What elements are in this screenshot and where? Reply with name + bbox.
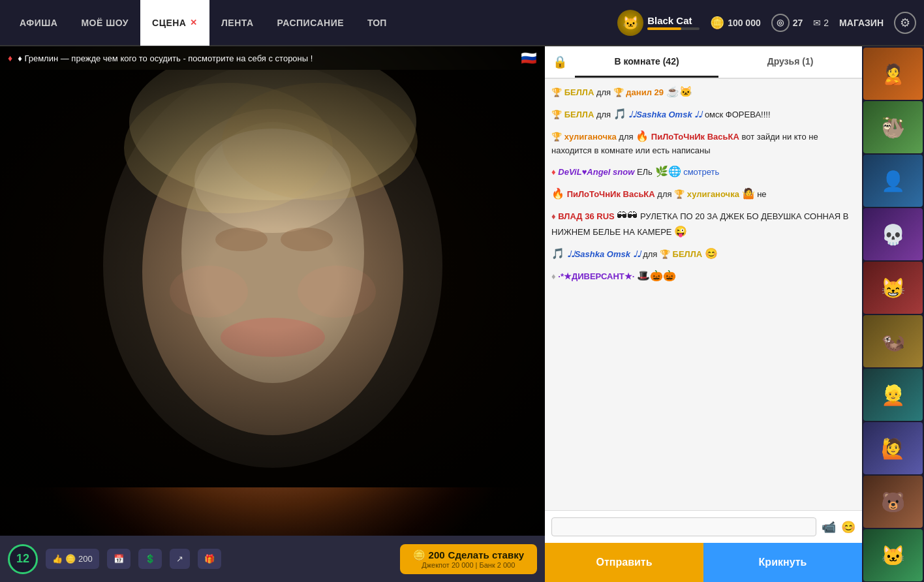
trophy-icon-6: 🏆 bbox=[660, 249, 670, 259]
trophy-icon-4: 🏆 bbox=[551, 132, 562, 142]
diamond-icon-2: ♦ bbox=[551, 167, 556, 177]
video-chat-icon[interactable]: 📹 bbox=[822, 520, 836, 534]
scene-close-icon[interactable]: ✕ bbox=[190, 18, 198, 27]
calendar-button[interactable]: 📅 bbox=[107, 549, 131, 569]
messages-count: 2 bbox=[824, 18, 829, 28]
msg-user-4[interactable]: ♩♩Sashka Omsk ♩♩ bbox=[628, 110, 702, 119]
video-content[interactable] bbox=[0, 46, 545, 536]
sidebar-avatar-10[interactable]: 🐱 bbox=[863, 529, 923, 581]
shop-button[interactable]: МАГАЗИН bbox=[839, 18, 884, 28]
msg-user-9[interactable]: хулиганочка bbox=[687, 189, 739, 199]
sidebar-avatar-2[interactable]: 🦥 bbox=[863, 101, 923, 153]
face-svg bbox=[0, 70, 545, 487]
sidebar-avatar-9[interactable]: 🐻 bbox=[863, 476, 923, 528]
coin-small-icon: 🪙 bbox=[65, 554, 76, 564]
msg-user-2[interactable]: данил 29 bbox=[626, 87, 664, 97]
nav-top[interactable]: ТОП bbox=[356, 0, 398, 46]
chat-input[interactable] bbox=[551, 517, 816, 536]
sidebar-avatar-1[interactable]: 🙎 bbox=[863, 48, 923, 100]
chat-message-8: ♦ ·*★ДИВЕРСАНТ★· 🎩🎃🎃 bbox=[551, 268, 855, 284]
trophy-icon-2: 🏆 bbox=[613, 87, 624, 97]
chat-message-7: 🎵 ♩♩Sashka Omsk ♩♩ для 🏆 БЕЛЛА 😊 bbox=[551, 246, 855, 262]
bet-sub-text: Джекпот 20 000 | Банк 2 000 bbox=[422, 561, 515, 569]
lock-icon[interactable]: 🔒 bbox=[545, 55, 575, 69]
sidebar-avatar-4[interactable]: 💀 bbox=[863, 208, 923, 260]
video-top-bar: ♦ ♦ Гремлин — прежде чем кого то осудить… bbox=[0, 46, 545, 70]
video-area: ♦ ♦ Гремлин — прежде чем кого то осудить… bbox=[0, 46, 545, 582]
top-navigation: АФИША МОЁ ШОУ СЦЕНА ✕ ЛЕНТА РАСПИСАНИЕ Т… bbox=[0, 0, 924, 46]
main-layout: ♦ ♦ Гремлин — прежде чем кого то осудить… bbox=[0, 46, 924, 582]
sidebar-avatar-8[interactable]: 🙋 bbox=[863, 422, 923, 474]
video-placeholder bbox=[0, 46, 545, 536]
share-icon: ↗ bbox=[176, 554, 183, 564]
chat-message-3: 🏆 хулиганочка для 🔥 ПиЛоТоЧнИк ВасьКА во… bbox=[551, 129, 855, 157]
settings-button[interactable]: ⚙ bbox=[894, 12, 916, 34]
gift-icon: 🎁 bbox=[204, 554, 215, 564]
nav-myshow[interactable]: МОЁ ШОУ bbox=[69, 0, 140, 46]
notifications-count: 27 bbox=[793, 18, 803, 28]
user-avatar: 🐱 bbox=[617, 10, 643, 36]
nav-raspisanie[interactable]: РАСПИСАНИЕ bbox=[266, 0, 356, 46]
bet-coin-icon: 🪙 bbox=[413, 549, 425, 561]
mail-icon: ✉ bbox=[813, 18, 821, 28]
msg-user-5[interactable]: хулиганочка bbox=[564, 132, 617, 142]
gear-icon: ⚙ bbox=[900, 16, 910, 30]
coins-display: 🪙 100 000 bbox=[710, 16, 761, 30]
level-badge: 12 bbox=[8, 544, 38, 574]
sidebar-avatar-6[interactable]: 🦦 bbox=[863, 315, 923, 367]
calendar-icon: 📅 bbox=[114, 554, 124, 564]
username: Black Cat bbox=[647, 15, 700, 26]
msg-user-12[interactable]: БЕЛЛА bbox=[673, 249, 703, 259]
emoji-picker-icon[interactable]: 😊 bbox=[841, 520, 855, 534]
msg-user-3[interactable]: БЕЛЛА bbox=[564, 110, 594, 119]
like-icon: 👍 bbox=[52, 554, 63, 564]
chat-input-area: 📹 😊 bbox=[545, 510, 862, 543]
trophy-icon-3: 🏆 bbox=[551, 110, 562, 119]
user-xp-bar bbox=[647, 27, 700, 30]
bet-button[interactable]: 🪙 200 Сделать ставку Джекпот 20 000 | Ба… bbox=[400, 544, 537, 574]
user-area: 🐱 Black Cat 🪙 100 000 ◎ 27 ✉ 2 МАГАЗИН bbox=[617, 10, 916, 36]
msg-user-13[interactable]: ·*★ДИВЕРСАНТ★· bbox=[558, 271, 634, 281]
nav-scene[interactable]: СЦЕНА ✕ bbox=[140, 0, 209, 46]
sidebar-avatar-5[interactable]: 😸 bbox=[863, 262, 923, 314]
tab-room[interactable]: В комнате (42) bbox=[575, 47, 718, 78]
msg-user-7[interactable]: DeViL♥Angel snow bbox=[558, 167, 634, 177]
msg-user-6[interactable]: ПиЛоТоЧнИк ВасьКА bbox=[651, 132, 739, 142]
user-profile-button[interactable]: 🐱 Black Cat bbox=[617, 10, 700, 36]
sidebar-avatar-7[interactable]: 👱 bbox=[863, 369, 923, 421]
diamond-icon: ♦ bbox=[8, 53, 12, 63]
notifications-button[interactable]: ◎ 27 bbox=[771, 14, 803, 32]
msg-user-8[interactable]: ПиЛоТоЧнИк ВасьКА bbox=[567, 189, 655, 199]
msg-user-11[interactable]: ♩♩Sashka Omsk ♩♩ bbox=[567, 249, 641, 259]
shout-button[interactable]: Крикнуть bbox=[703, 543, 862, 582]
chat-panel: 🔒 В комнате (42) Друзья (1) 🏆 БЕЛЛА для … bbox=[545, 46, 862, 582]
right-sidebar: 🙎 🦥 👤 💀 😸 🦦 👱 🙋 🐻 🐱 bbox=[862, 46, 924, 582]
coin-icon: 🪙 bbox=[710, 16, 724, 30]
send-button[interactable]: Отправить bbox=[545, 543, 703, 582]
bet-label: Сделать ставку bbox=[448, 549, 524, 560]
trophy-icon: 🏆 bbox=[551, 87, 562, 97]
dollar-button[interactable]: 💲 bbox=[138, 549, 162, 569]
notification-icon: ◎ bbox=[771, 14, 790, 32]
share-button[interactable]: ↗ bbox=[170, 549, 190, 569]
messages-button[interactable]: ✉ 2 bbox=[813, 18, 829, 28]
nav-lenta[interactable]: ЛЕНТА bbox=[209, 0, 266, 46]
like-button[interactable]: 👍 🪙 200 bbox=[46, 549, 99, 569]
chat-message-4: ♦ DeViL♥Angel snow ЕЛь 🌿🌐 смотреть bbox=[551, 164, 855, 179]
diamond-icon-4: ♦ bbox=[551, 271, 556, 281]
trophy-icon-5: 🏆 bbox=[674, 189, 685, 199]
msg-user[interactable]: БЕЛЛА bbox=[564, 87, 594, 97]
tab-friends[interactable]: Друзья (1) bbox=[718, 47, 862, 78]
nav-afisha[interactable]: АФИША bbox=[8, 0, 69, 46]
bet-amount: 200 bbox=[429, 549, 445, 560]
diamond-icon-3: ♦ bbox=[551, 211, 556, 221]
dollar-icon: 💲 bbox=[145, 554, 155, 564]
sidebar-avatar-3[interactable]: 👤 bbox=[863, 155, 923, 207]
chat-message-6: ♦ ВЛАД 36 RUS 🕶🕶 РУЛЕТКА ПО 20 ЗА ДЖЕК Б… bbox=[551, 208, 855, 239]
user-xp-fill bbox=[647, 27, 681, 30]
coins-value: 100 000 bbox=[728, 18, 761, 28]
msg-user-10[interactable]: ВЛАД 36 RUS bbox=[558, 211, 614, 221]
svg-rect-13 bbox=[0, 70, 545, 487]
chat-action-bar: Отправить Крикнуть bbox=[545, 543, 862, 582]
gift-button[interactable]: 🎁 bbox=[198, 549, 221, 569]
